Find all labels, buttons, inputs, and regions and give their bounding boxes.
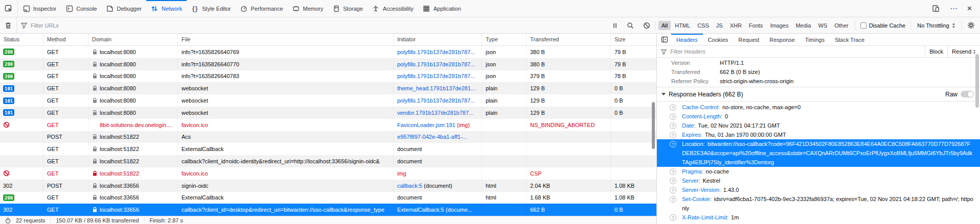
question-circle-icon[interactable]: ? [670,214,676,221]
response-header-date[interactable]: ? DateTue, 02 Nov 2021 04:17:21 GMT [657,121,980,130]
table-row[interactable]: GET localhost:51822 ExternalCallback doc… [0,143,656,155]
initiator-link[interactable]: document [397,146,422,152]
question-circle-icon[interactable]: ? [670,187,676,193]
question-circle-icon[interactable]: ? [670,196,676,203]
response-header-server[interactable]: ? ServerKestrel [657,176,980,185]
disable-cache-control[interactable]: Disable Cache [855,22,911,29]
initiator-link[interactable]: polyfills.1791b137de281b787... [397,49,475,55]
initiator-link[interactable]: polyfills.1791b137de281b787... [397,73,475,79]
response-header-server-version[interactable]: ? Server-Version1.43.0 [657,185,980,194]
column-header-method[interactable]: Method [43,34,88,45]
column-header-initiator[interactable]: Initiator [394,34,482,45]
question-circle-icon[interactable]: ? [670,168,676,175]
tab-network[interactable]: Network [146,0,187,17]
table-row[interactable]: 200 GET localhost:8080 info?t=1635826640… [0,70,656,83]
type-filter-js[interactable]: JS [713,21,726,30]
details-tab-timings[interactable]: Timings [800,34,830,45]
table-row[interactable]: GET 8bit-solutions-dev.onelogin.... favi… [0,119,656,131]
block-button[interactable]: Block [925,46,947,57]
tab-performance[interactable]: Performance [236,0,288,17]
table-row[interactable]: 101 GET localhost:8080 websocket vendor.… [0,107,656,119]
tab-application[interactable]: Application [418,0,466,17]
table-row[interactable]: 200 GET localhost:8080 info?t=1635826640… [0,58,656,70]
responsive-design-mode-button[interactable] [927,5,944,12]
initiator-link[interactable]: theme_head.1791b137de281... [397,85,475,91]
type-filter-images[interactable]: Images [767,21,791,30]
initiator-link[interactable]: document [397,194,422,201]
search-button[interactable] [622,22,639,29]
column-header-type[interactable]: Type [482,34,527,45]
network-settings-button[interactable] [962,21,980,29]
initiator-link[interactable]: FaviconLoader.jsm:191 [397,122,455,128]
response-header-set-cookie[interactable]: ? Set-Cookieidsrv=adf6cba1-7075-402b-9ec… [657,194,980,213]
throttling-select[interactable]: No Throttling [911,22,962,29]
close-devtools-button[interactable]: ✕ [963,5,976,12]
type-filter-html[interactable]: HTML [672,21,693,30]
response-header-content-length[interactable]: ? Content-Length0 [657,112,980,121]
table-row[interactable]: 101 GET localhost:8080 websocket polyfil… [0,94,656,107]
response-headers-section-header[interactable]: Response Headers (662 B) Raw [657,87,980,102]
table-row[interactable]: GET localhost:51822 favicon.ico img CSP [0,167,656,180]
column-header-transferred[interactable]: Transferred [527,34,611,45]
initiator-link[interactable]: polyfills.1791b137de281b787... [397,97,475,104]
initiator-link[interactable]: polyfills.1791b137de281b787... [397,61,475,67]
clear-requests-button[interactable] [0,21,16,29]
tab-accessibility[interactable]: Accessibility [368,0,418,17]
initiator-link[interactable]: vendor.1791b137de281b787... [397,110,473,116]
initiator-link[interactable]: e957f897-042e-4ba1-aff1-... [397,134,467,140]
table-row[interactable]: POST localhost:51822 Acs e957f897-042e-4… [0,131,656,143]
response-header-x-rate-limit-limit[interactable]: ? X-Rate-Limit-Limit1m [657,213,980,222]
type-filter-css[interactable]: CSS [694,21,712,30]
type-filter-all[interactable]: All [658,21,671,30]
question-circle-icon[interactable]: ? [670,132,676,138]
details-scrollbar-thumb[interactable] [975,54,979,108]
filter-headers-input[interactable] [669,48,925,55]
details-tab-stack-trace[interactable]: Stack Trace [830,34,870,45]
meatball-menu-button[interactable]: ⋯ [946,4,961,13]
table-row[interactable]: 302 POST localhost:33656 signin-oidc cal… [0,180,656,192]
details-tab-cookies[interactable]: Cookies [703,34,734,45]
response-header-location[interactable]: ? Locationbitwarden://sso-callback?code=… [657,139,980,167]
type-filter-ws[interactable]: WS [815,21,830,30]
table-row[interactable]: 302 GET localhost:33656 callback?client_… [0,204,656,216]
request-list-scrollbar-thumb[interactable] [652,102,655,149]
question-circle-icon[interactable]: ? [670,122,676,129]
collapse-panel-button[interactable] [657,34,671,45]
tab-storage[interactable]: Storage [328,0,368,17]
question-circle-icon[interactable]: ? [670,178,676,184]
question-circle-icon[interactable]: ? [670,113,676,120]
column-header-file[interactable]: File [178,34,394,45]
tab-console[interactable]: Console [61,0,101,17]
tab-inspector[interactable]: Inspector [18,0,61,17]
element-picker-button[interactable] [0,0,17,17]
table-row[interactable]: 200 GET localhost:33656 ExternalCallback… [0,192,656,204]
tab-memory[interactable]: Memory [288,0,328,17]
type-filter-media[interactable]: Media [792,21,814,30]
question-circle-icon[interactable]: ? [670,104,676,111]
type-filter-fonts[interactable]: Fonts [746,21,766,30]
details-tab-request[interactable]: Request [733,34,764,45]
column-header-size[interactable]: Size [611,34,656,45]
pause-traffic-button[interactable] [608,22,622,29]
disable-cache-checkbox[interactable] [860,22,867,29]
raw-toggle[interactable] [961,91,974,97]
filter-urls-input[interactable] [30,22,142,29]
column-header-status[interactable]: Status [0,34,43,45]
type-filter-other[interactable]: Other [831,21,852,30]
response-header-expires[interactable]: ? ExpiresThu, 01 Jan 1970 00:00:00 GMT [657,130,980,139]
response-header-pragma[interactable]: ? Pragmano-cache [657,167,980,176]
response-header-cache-control[interactable]: ? Cache-Controlno-store, no-cache, max-a… [657,103,980,112]
table-row[interactable]: GET localhost:51822 callback?client_id=o… [0,155,656,167]
initiator-link[interactable]: ExternalCallback:5 [397,207,444,213]
initiator-link[interactable]: img [397,170,406,177]
request-blocking-button[interactable] [639,22,655,29]
table-row[interactable]: 200 GET localhost:8080 info?t=1635826640… [0,46,656,58]
question-circle-icon[interactable]: ? [670,141,676,147]
initiator-link[interactable]: callback:5 [397,183,422,189]
table-row[interactable]: 101 GET localhost:8080 websocket theme_h… [0,82,656,94]
initiator-link[interactable]: document [397,158,422,164]
type-filter-xhr[interactable]: XHR [727,21,745,30]
tab-style-editor[interactable]: {} Style Editor [187,0,235,17]
tab-debugger[interactable]: Debugger [102,0,146,17]
details-tab-headers[interactable]: Headers [671,34,703,45]
